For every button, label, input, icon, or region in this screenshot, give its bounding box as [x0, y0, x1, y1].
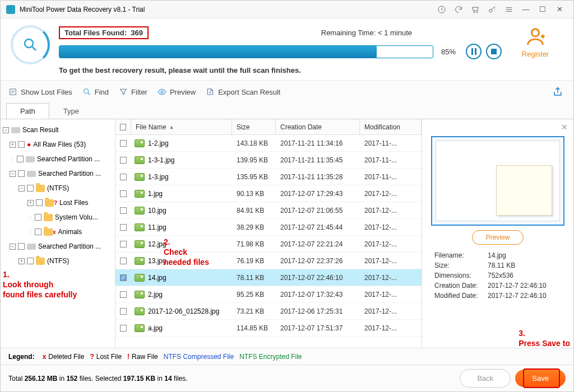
row-checkbox[interactable] — [120, 174, 127, 180]
back-button[interactable]: Back — [460, 369, 511, 388]
cart-icon[interactable] — [467, 2, 484, 17]
table-row[interactable]: 1-3-1.jpg139.95 KB2017-11-21 11:35:45201… — [115, 152, 422, 169]
row-checkbox[interactable] — [120, 207, 127, 214]
remaining-value: < 1 minute — [378, 29, 412, 37]
annotation-1: 1. Look through found files carefully — [3, 269, 77, 300]
file-size: 135.95 KB — [232, 173, 276, 181]
filter-button[interactable]: Filter — [119, 87, 147, 96]
maximize-button[interactable]: ☐ — [534, 5, 551, 13]
preview-open-button[interactable]: Preview — [472, 230, 524, 245]
row-checkbox[interactable] — [120, 325, 127, 332]
progress-bar — [59, 45, 433, 58]
key-icon[interactable] — [484, 2, 501, 17]
refresh-icon[interactable] — [450, 2, 467, 17]
file-cdate: 2017-12-07 17:29:43 — [276, 190, 360, 198]
tab-path[interactable]: Path — [6, 103, 49, 119]
legend-bar: Legend: xDeleted File ?Lost File !Raw Fi… — [1, 348, 573, 365]
table-row[interactable]: 10.jpg84.91 KB2017-12-07 21:06:552017-12… — [115, 202, 422, 219]
svg-point-4 — [25, 39, 33, 48]
preview-button[interactable]: Preview — [158, 87, 196, 96]
file-cdate: 2017-12-07 22:21:24 — [276, 240, 360, 248]
file-size: 143.18 KB — [232, 139, 276, 147]
row-checkbox[interactable] — [120, 258, 127, 264]
table-row[interactable]: 1-3.jpg135.95 KB2017-11-21 11:35:282017-… — [115, 169, 422, 185]
table-row[interactable]: 12.jpg71.98 KB2017-12-07 22:21:242017-12… — [115, 236, 422, 253]
table-header: File Name▲ Size Creation Date Modificati… — [115, 119, 422, 135]
image-file-icon — [135, 156, 145, 164]
file-size: 95.25 KB — [232, 291, 276, 298]
remaining-label: Remaining Time: — [321, 29, 376, 37]
file-mdate: 2017-12-... — [360, 257, 422, 265]
table-row[interactable]: 14.jpg78.11 KB2017-12-07 22:46:102017-12… — [115, 269, 422, 286]
share-icon[interactable] — [550, 84, 566, 100]
table-row[interactable]: 11.jpg38.29 KB2017-12-07 21:45:442017-12… — [115, 219, 422, 236]
row-checkbox[interactable] — [120, 224, 127, 231]
file-cdate: 2017-12-07 21:06:55 — [276, 207, 360, 214]
file-name: a.jpg — [148, 324, 163, 332]
file-mdate: 2017-11-... — [360, 156, 422, 164]
save-button[interactable]: Save — [515, 370, 566, 387]
table-row[interactable]: 2.jpg95.25 KB2017-12-07 17:32:432017-12-… — [115, 286, 422, 303]
image-file-icon — [135, 139, 145, 147]
row-checkbox[interactable] — [120, 291, 127, 298]
file-name: 12.jpg — [148, 240, 166, 248]
col-name[interactable]: File Name▲ — [131, 119, 232, 134]
image-file-icon — [135, 173, 145, 181]
register-button[interactable]: Register — [507, 25, 563, 58]
col-modification[interactable]: Modification — [360, 119, 422, 134]
view-tabs: Path Type — [1, 103, 573, 119]
show-lost-files-button[interactable]: Show Lost Files — [8, 87, 72, 96]
col-size[interactable]: Size — [232, 119, 276, 134]
file-cdate: 2017-12-07 17:32:43 — [276, 291, 360, 298]
stop-button[interactable] — [486, 44, 502, 59]
progress-panel: Total Files Found: 369 Remaining Time: <… — [1, 18, 573, 81]
export-result-button[interactable]: Export Scan Result — [206, 87, 280, 96]
table-row[interactable]: 1-2.jpg143.18 KB2017-11-21 11:34:162017-… — [115, 135, 422, 152]
minimize-button[interactable]: — — [517, 5, 534, 13]
row-checkbox[interactable] — [120, 241, 127, 248]
file-size: 114.85 KB — [232, 324, 276, 332]
history-icon[interactable] — [433, 2, 450, 17]
col-creation-date[interactable]: Creation Date — [276, 119, 360, 134]
file-mdate: 2017-12-... — [360, 291, 422, 298]
file-cdate: 2017-12-06 17:25:31 — [276, 307, 360, 315]
file-mdate: 2017-12-... — [360, 324, 422, 332]
close-button[interactable]: ✕ — [551, 5, 568, 13]
image-file-icon — [135, 257, 145, 265]
table-row[interactable]: 2017-12-06_012528.jpg73.21 KB2017-12-06 … — [115, 303, 422, 320]
table-row[interactable]: a.jpg114.85 KB2017-12-07 17:51:372017-12… — [115, 320, 422, 337]
folder-tree[interactable]: −Scan Result +●All Raw Files (53) ⋮Searc… — [1, 119, 115, 348]
main-body: −Scan Result +●All Raw Files (53) ⋮Searc… — [1, 119, 573, 348]
file-name: 1-2.jpg — [148, 139, 169, 147]
pause-button[interactable] — [466, 44, 482, 59]
row-checkbox[interactable] — [120, 190, 127, 197]
table-body[interactable]: 1-2.jpg143.18 KB2017-11-21 11:34:162017-… — [115, 135, 422, 348]
tab-type[interactable]: Type — [49, 103, 93, 119]
image-file-icon — [135, 291, 145, 298]
file-name: 13.jpg — [148, 257, 166, 265]
file-name: 1-3.jpg — [148, 173, 169, 181]
table-row[interactable]: 13.jpg76.19 KB2017-12-07 22:37:262017-12… — [115, 253, 422, 269]
image-file-icon — [135, 324, 145, 332]
file-mdate: 2017-12-... — [360, 207, 422, 214]
titlebar: MiniTool Power Data Recovery v8.1 - Tria… — [1, 1, 573, 18]
file-size: 90.13 KB — [232, 190, 276, 198]
select-all-checkbox[interactable] — [120, 124, 126, 130]
row-checkbox[interactable] — [120, 274, 127, 281]
preview-panel: ✕ Preview Filename:14.jpg Size:78.11 KB … — [422, 119, 573, 348]
file-cdate: 2017-12-07 17:51:37 — [276, 324, 360, 332]
find-button[interactable]: Find — [82, 87, 109, 96]
menu-icon[interactable] — [501, 2, 517, 17]
file-name: 10.jpg — [148, 207, 166, 214]
svg-point-5 — [531, 29, 539, 36]
file-name: 2.jpg — [148, 291, 163, 298]
file-mdate: 2017-11-... — [360, 173, 422, 181]
row-checkbox[interactable] — [120, 157, 127, 164]
table-row[interactable]: 1.jpg90.13 KB2017-12-07 17:29:432017-12-… — [115, 185, 422, 202]
file-mdate: 2017-11-... — [360, 139, 422, 147]
file-size: 76.19 KB — [232, 257, 276, 265]
file-mdate: 2017-12-... — [360, 274, 422, 282]
preview-close-icon[interactable]: ✕ — [561, 123, 568, 132]
row-checkbox[interactable] — [120, 140, 127, 147]
row-checkbox[interactable] — [120, 308, 127, 315]
